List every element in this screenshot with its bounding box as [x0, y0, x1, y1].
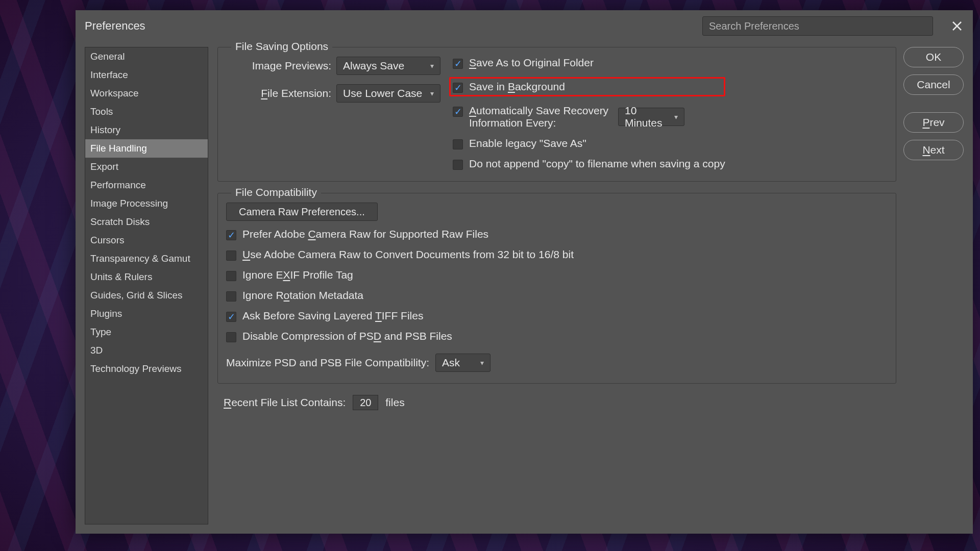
sidebar-item-general[interactable]: General	[85, 47, 208, 66]
titlebar: Preferences	[76, 10, 973, 42]
sidebar-item-tools[interactable]: Tools	[85, 103, 208, 121]
sidebar-item-cursors[interactable]: Cursors	[85, 231, 208, 249]
sidebar-item-3d[interactable]: 3D	[85, 341, 208, 360]
checkbox-box[interactable]	[226, 332, 236, 342]
use-acr-32bit-label: Use Adobe Camera Raw to Convert Document…	[242, 248, 574, 261]
chevron-down-icon: ▾	[674, 113, 678, 121]
sidebar-item-performance[interactable]: Performance	[85, 176, 208, 194]
sidebar-item-export[interactable]: Export	[85, 158, 208, 176]
auto-recovery-label: Automatically Save Recovery Information …	[469, 105, 612, 129]
checkbox-box[interactable]	[453, 59, 463, 69]
ask-tiff-label: Ask Before Saving Layered TIFF Files	[242, 310, 423, 322]
disable-psd-compress-label: Disable Compression of PSD and PSB Files	[242, 330, 452, 342]
image-previews-select[interactable]: Always Save ▾	[336, 57, 440, 75]
sidebar-item-history[interactable]: History	[85, 121, 208, 139]
recent-files-label: Recent File List Contains:	[224, 396, 346, 409]
sidebar-item-transparency-gamut[interactable]: Transparency & Gamut	[85, 249, 208, 268]
chevron-down-icon: ▾	[480, 359, 484, 367]
checkbox-box[interactable]	[226, 251, 236, 261]
auto-recovery-interval-select[interactable]: 10 Minutes ▾	[618, 108, 684, 126]
save-in-background-checkbox[interactable]: Save in Background	[449, 77, 725, 96]
sidebar-item-interface[interactable]: Interface	[85, 66, 208, 84]
save-in-background-label: Save in Background	[469, 81, 565, 93]
chevron-down-icon: ▾	[430, 62, 434, 70]
camera-raw-prefs-button[interactable]: Camera Raw Preferences...	[226, 203, 378, 221]
sidebar-item-scratch-disks[interactable]: Scratch Disks	[85, 213, 208, 231]
dialog-title: Preferences	[82, 19, 145, 33]
file-compat-legend: File Compatibility	[231, 186, 321, 198]
use-acr-32bit-checkbox[interactable]: Use Adobe Camera Raw to Convert Document…	[226, 248, 888, 261]
recent-files-row: Recent File List Contains: files	[217, 395, 896, 410]
file-extension-value: Use Lower Case	[343, 87, 422, 99]
cancel-button[interactable]: Cancel	[903, 74, 964, 95]
ignore-rotation-checkbox[interactable]: Ignore Rotation Metadata	[226, 289, 888, 302]
maximize-compat-select[interactable]: Ask ▾	[435, 354, 491, 372]
file-saving-legend: File Saving Options	[231, 40, 332, 53]
maximize-compat-value: Ask	[442, 357, 460, 369]
ignore-exif-checkbox[interactable]: Ignore EXIF Profile Tag	[226, 269, 888, 281]
sidebar-item-file-handling[interactable]: File Handling	[85, 139, 208, 158]
category-sidebar: GeneralInterfaceWorkspaceToolsHistoryFil…	[85, 47, 208, 524]
sidebar-item-guides-grid-slices[interactable]: Guides, Grid & Slices	[85, 286, 208, 305]
checkbox-box[interactable]	[226, 291, 236, 302]
ok-button[interactable]: OK	[903, 47, 964, 67]
legacy-save-as-checkbox[interactable]: Enable legacy "Save As"	[453, 137, 725, 149]
prefer-acr-label: Prefer Adobe Camera Raw for Supported Ra…	[242, 228, 488, 240]
recent-files-suffix: files	[385, 396, 404, 409]
checkbox-box[interactable]	[453, 107, 463, 117]
file-saving-options-group: File Saving Options Image Previews: Alwa…	[217, 47, 896, 182]
legacy-save-as-label: Enable legacy "Save As"	[469, 137, 586, 149]
maximize-compat-label: Maximize PSD and PSB File Compatibility:	[226, 357, 429, 369]
dialog-body: GeneralInterfaceWorkspaceToolsHistoryFil…	[76, 42, 973, 534]
prefer-acr-checkbox[interactable]: Prefer Adobe Camera Raw for Supported Ra…	[226, 228, 888, 240]
sidebar-item-type[interactable]: Type	[85, 323, 208, 341]
no-copy-append-label: Do not append "copy" to filename when sa…	[469, 158, 725, 170]
file-compatibility-group: File Compatibility Camera Raw Preference…	[217, 193, 896, 384]
close-button[interactable]	[947, 16, 967, 36]
checkbox-box[interactable]	[453, 139, 463, 149]
search-input[interactable]	[702, 16, 933, 36]
image-previews-label: Image Previews:	[226, 60, 331, 72]
auto-recovery-checkbox[interactable]: Automatically Save Recovery Information …	[453, 105, 612, 129]
file-extension-label: File Extension:	[226, 87, 331, 99]
checkbox-box[interactable]	[226, 312, 236, 322]
sidebar-item-technology-previews[interactable]: Technology Previews	[85, 360, 208, 378]
sidebar-item-workspace[interactable]: Workspace	[85, 84, 208, 103]
close-icon	[951, 20, 963, 32]
image-previews-value: Always Save	[343, 60, 404, 72]
content-area: File Saving Options Image Previews: Alwa…	[217, 47, 964, 524]
chevron-down-icon: ▾	[430, 89, 434, 97]
button-column: OK Cancel Prev Next	[903, 47, 964, 524]
sidebar-item-units-rulers[interactable]: Units & Rulers	[85, 268, 208, 286]
ignore-rotation-label: Ignore Rotation Metadata	[242, 289, 363, 302]
checkbox-box[interactable]	[453, 160, 463, 170]
recent-files-input[interactable]	[353, 395, 378, 410]
disable-psd-compress-checkbox[interactable]: Disable Compression of PSD and PSB Files	[226, 330, 888, 342]
sidebar-item-image-processing[interactable]: Image Processing	[85, 194, 208, 213]
next-button[interactable]: Next	[903, 140, 964, 160]
checkbox-box[interactable]	[453, 83, 463, 93]
file-extension-select[interactable]: Use Lower Case ▾	[336, 84, 440, 103]
checkbox-box[interactable]	[226, 271, 236, 281]
save-as-original-checkbox[interactable]: Save As to Original Folder	[453, 57, 725, 69]
prev-button[interactable]: Prev	[903, 112, 964, 133]
checkbox-box[interactable]	[226, 230, 236, 240]
ignore-exif-label: Ignore EXIF Profile Tag	[242, 269, 353, 281]
no-copy-append-checkbox[interactable]: Do not append "copy" to filename when sa…	[453, 158, 725, 170]
ask-tiff-checkbox[interactable]: Ask Before Saving Layered TIFF Files	[226, 310, 888, 322]
sidebar-item-plugins[interactable]: Plugins	[85, 305, 208, 323]
save-as-original-label: Save As to Original Folder	[469, 57, 594, 69]
preferences-dialog: Preferences GeneralInterfaceWorkspaceToo…	[76, 10, 973, 534]
auto-recovery-value: 10 Minutes	[625, 105, 669, 129]
main-panel: File Saving Options Image Previews: Alwa…	[217, 47, 896, 524]
